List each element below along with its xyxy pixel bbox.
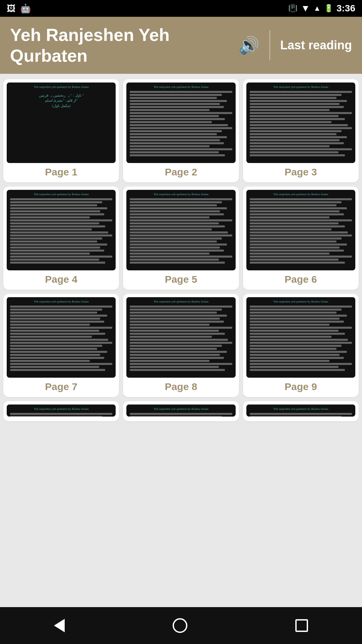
thumb-line	[10, 348, 97, 350]
page-thumbnail: Yeh ranjeshen yeh qurbaten by Bushra Asl…	[246, 83, 355, 163]
page-item[interactable]: Yeh ranjeshen yeh qurbaten by Bushra Asl…	[243, 401, 359, 421]
thumb-line	[10, 225, 105, 227]
thumb-line	[130, 97, 217, 99]
image-icon: 🖼	[7, 3, 15, 14]
thumb-line	[250, 339, 348, 341]
recents-button[interactable]	[285, 616, 318, 635]
page-item[interactable]: Yeh ranjeshen yeh qurbaten by Bushra Asl…	[3, 186, 119, 290]
thumb-line	[250, 309, 342, 311]
thumb-line	[130, 259, 219, 261]
thumb-line	[10, 207, 107, 209]
thumb-line	[250, 100, 347, 102]
page-label: Page 3	[285, 166, 317, 178]
thumb-lines	[128, 305, 233, 375]
thumb-line	[250, 366, 339, 368]
thumb-line	[250, 121, 331, 123]
page-item[interactable]: Yeh ranjeshen yeh qurbaten by Bushra Asl…	[243, 186, 359, 290]
thumb-line	[130, 354, 220, 356]
thumb-line	[130, 121, 212, 123]
app-title: Yeh Ranjeshen Yeh Qurbaten	[10, 24, 211, 66]
clock: 3:36	[337, 3, 355, 14]
thumb-line	[130, 139, 220, 141]
back-button[interactable]	[44, 615, 75, 636]
thumb-line	[130, 106, 224, 108]
thumb-line	[130, 145, 209, 147]
thumb-line	[10, 351, 107, 353]
page-item[interactable]: Yeh ranjeshen yeh qurbaten by Bushra Asl…	[3, 294, 119, 397]
thumb-line	[250, 256, 352, 258]
page-item[interactable]: Yeh ranjeshen yeh qurbaten by Bushra Asl…	[243, 79, 359, 182]
thumb-line	[130, 363, 232, 365]
page-label: Page 8	[165, 381, 197, 392]
thumb-line	[130, 366, 219, 368]
thumb-line	[130, 247, 220, 249]
page-item[interactable]: Yeh ranjeshen yeh qurbaten by Bushra Asl…	[243, 294, 359, 397]
page-item[interactable]: Yeh ranjeshen yeh qurbaten by Bushra Asl…	[3, 401, 119, 421]
home-button[interactable]	[163, 615, 197, 636]
thumb-line	[130, 369, 225, 371]
page-item[interactable]: Yeh ranjeshen yeh qurbaten by Bushra Asl…	[123, 79, 239, 182]
thumb-line	[10, 262, 105, 264]
thumb-line	[10, 198, 112, 200]
thumb-line	[130, 318, 220, 320]
page-label: Page 4	[45, 274, 77, 285]
thumb-line	[10, 247, 100, 249]
thumb-line	[130, 321, 224, 323]
thumb-line	[10, 240, 97, 243]
thumb-line	[130, 94, 222, 96]
page-thumbnail: Yeh ranjeshen yeh qurbaten by Bushra Asl…	[126, 190, 235, 270]
thumb-line	[10, 256, 112, 258]
thumb-line	[250, 130, 342, 132]
thumb-line	[10, 234, 112, 236]
thumb-line	[250, 127, 352, 129]
page-label: Page 1	[45, 166, 77, 178]
page-item[interactable]: Yeh ranjeshen yeh qurbaten by Bushra Asl…	[123, 401, 239, 421]
page-thumbnail: Yeh ranjeshen yeh qurbaten by Bushra Asl…	[126, 297, 235, 378]
thumb-line	[130, 91, 232, 93]
page-thumbnail: Yeh ranjeshen yeh qurbaten by Bushra Asl…	[246, 190, 355, 270]
thumb-line	[130, 253, 209, 255]
thumb-line	[10, 321, 104, 323]
status-bar: 🖼 🤖 📳 ▼ ▲ 🔋 3:36	[0, 0, 362, 17]
thumb-line	[10, 342, 112, 344]
thumb-line	[250, 247, 340, 249]
thumb-line	[250, 259, 339, 261]
thumb-line	[130, 133, 217, 135]
thumb-line	[10, 213, 104, 215]
thumb-line	[250, 142, 344, 144]
thumb-line	[250, 139, 340, 141]
page-item[interactable]: Yeh ranjeshen yeh qurbaten by Bushra Asl…	[123, 294, 239, 397]
thumb-line	[250, 94, 342, 96]
thumb-line	[10, 354, 100, 356]
thumb-line	[130, 201, 222, 203]
last-reading-button[interactable]: Last reading	[280, 38, 352, 52]
thumb-line	[10, 222, 99, 224]
thumb-line	[250, 204, 337, 206]
thumb-line	[10, 357, 104, 359]
thumb-line	[10, 201, 102, 203]
thumb-line	[130, 360, 209, 362]
thumb-line	[250, 369, 345, 371]
thumb-line	[250, 231, 348, 233]
page-item[interactable]: Yeh ranjeshen yeh qurbaten by Bushra Asl…	[3, 79, 119, 182]
page-item[interactable]: Yeh ranjeshen yeh qurbaten by Bushra Asl…	[123, 186, 239, 290]
thumb-line	[10, 253, 90, 255]
thumb-line	[130, 115, 219, 117]
thumb-line	[250, 106, 344, 108]
thumb-line	[10, 363, 112, 365]
speaker-icon[interactable]: 🔊	[239, 36, 259, 55]
thumb-line	[130, 148, 232, 150]
thumb-line	[250, 250, 344, 252]
thumb-line	[10, 210, 100, 212]
status-bar-left: 🖼 🤖	[7, 3, 31, 14]
thumb-lines	[248, 90, 353, 160]
thumb-line	[130, 256, 232, 258]
thumb-line	[130, 416, 222, 417]
thumb-line	[130, 327, 232, 329]
battery-icon: 🔋	[324, 4, 333, 13]
thumb-line	[250, 315, 347, 317]
thumb-line	[130, 240, 217, 243]
thumb-lines	[9, 305, 114, 375]
thumb-line	[250, 201, 342, 203]
header-actions: 🔊 Last reading	[239, 30, 352, 60]
